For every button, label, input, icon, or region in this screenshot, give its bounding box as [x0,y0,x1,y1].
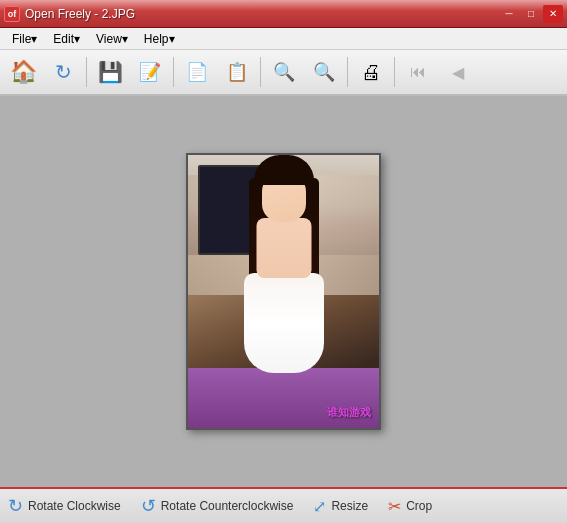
zoom-out-button[interactable]: 🔍 [305,53,343,91]
home-icon: 🏠 [10,59,37,85]
menu-edit[interactable]: Edit▾ [45,30,88,48]
refresh-button[interactable]: ↻ [44,53,82,91]
sep3 [260,57,261,87]
zoom-out-icon: 🔍 [313,61,335,83]
window-controls: ─ □ ✕ [499,5,563,23]
copy-icon: 📄 [186,61,208,83]
crop-icon: ✂ [388,497,401,516]
edit-icon: 📝 [139,61,161,83]
menu-file[interactable]: File▾ [4,30,45,48]
rotate-ccw-item[interactable]: ↺ Rotate Counterclockwise [141,495,294,517]
print-button[interactable]: 🖨 [352,53,390,91]
title-bar: of Open Freely - 2.JPG ─ □ ✕ [0,0,567,28]
print-icon: 🖨 [361,61,381,84]
zoom-in-button[interactable]: 🔍 [265,53,303,91]
close-button[interactable]: ✕ [543,5,563,23]
sep4 [347,57,348,87]
resize-item[interactable]: ⤢ Resize [313,497,368,516]
rotate-ccw-icon: ↺ [141,495,156,517]
sep2 [173,57,174,87]
menu-view[interactable]: View▾ [88,30,136,48]
refresh-icon: ↻ [55,60,72,84]
back-icon: ◀ [452,63,464,82]
rotate-cw-label: Rotate Clockwise [28,499,121,513]
maximize-button[interactable]: □ [521,5,541,23]
prev-button[interactable]: ⏮ [399,53,437,91]
resize-label: Resize [331,499,368,513]
figure-torso [256,218,311,278]
crop-item[interactable]: ✂ Crop [388,497,432,516]
content-wrapper: File▾ Edit▾ View▾ Help▾ 🏠 ↻ 💾 📝 📄 📋 🔍 [0,28,567,523]
back-button[interactable]: ◀ [439,53,477,91]
main-image-area: 谁知游戏 [0,96,567,487]
sep5 [394,57,395,87]
save-button[interactable]: 💾 [91,53,129,91]
toolbar: 🏠 ↻ 💾 📝 📄 📋 🔍 🔍 🖨 ⏮ [0,50,567,96]
menu-help[interactable]: Help▾ [136,30,183,48]
title-left: of Open Freely - 2.JPG [4,6,135,22]
rotate-ccw-label: Rotate Counterclockwise [161,499,294,513]
sep1 [86,57,87,87]
menu-bar: File▾ Edit▾ View▾ Help▾ [0,28,567,50]
resize-icon: ⤢ [313,497,326,516]
minimize-button[interactable]: ─ [499,5,519,23]
rotate-cw-item[interactable]: ↻ Rotate Clockwise [8,495,121,517]
save-icon: 💾 [98,60,123,84]
edit-button[interactable]: 📝 [131,53,169,91]
image-container: 谁知游戏 [186,153,381,430]
app-icon: of [4,6,20,22]
photo-watermark: 谁知游戏 [327,405,371,420]
copy-button[interactable]: 📄 [178,53,216,91]
prev-icon: ⏮ [410,63,426,81]
status-bar: ↻ Rotate Clockwise ↺ Rotate Counterclock… [0,487,567,523]
paste-icon: 📋 [226,61,248,83]
zoom-in-icon: 🔍 [273,61,295,83]
rotate-cw-icon: ↻ [8,495,23,517]
figure-dress [244,273,324,373]
paste-button[interactable]: 📋 [218,53,256,91]
home-button[interactable]: 🏠 [4,53,42,91]
crop-label: Crop [406,499,432,513]
app-icon-label: of [8,9,17,19]
title-text: Open Freely - 2.JPG [25,7,135,21]
photo-simulation: 谁知游戏 [188,155,379,428]
